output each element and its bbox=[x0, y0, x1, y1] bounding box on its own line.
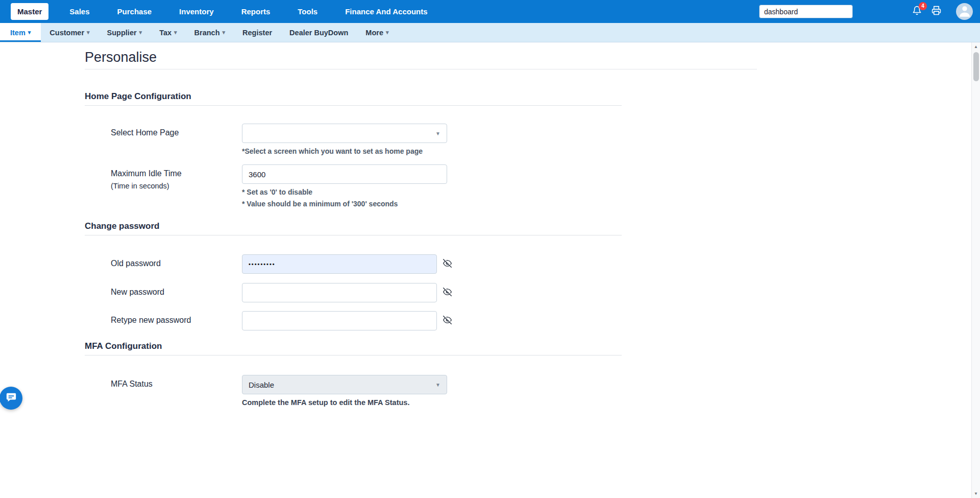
select-home-page-label: Select Home Page bbox=[85, 124, 242, 137]
printer-icon bbox=[932, 6, 941, 17]
chevron-down-icon: ▼ bbox=[435, 131, 440, 136]
select-home-page-help: *Select a screen which you want to set a… bbox=[242, 147, 447, 156]
subnav-item-dealer-buydown[interactable]: Dealer BuyDown bbox=[281, 23, 357, 42]
eye-off-icon bbox=[443, 316, 452, 326]
mfa-status-row: MFA Status Disable ▼ Complete the MFA se… bbox=[85, 375, 971, 407]
subnav-item-supplier[interactable]: Supplier ▾ bbox=[99, 23, 151, 42]
mfa-configuration-heading: MFA Configuration bbox=[85, 341, 971, 352]
subnav-item-label: Item bbox=[10, 29, 26, 37]
new-password-row: New password bbox=[85, 283, 971, 302]
home-page-configuration-heading: Home Page Configuration bbox=[85, 91, 971, 102]
new-password-visibility-toggle[interactable] bbox=[440, 286, 454, 299]
subnav-item-branch[interactable]: Branch ▾ bbox=[186, 23, 234, 42]
main-content: Personalise Home Page Configuration Sele… bbox=[0, 42, 971, 498]
user-avatar[interactable] bbox=[956, 3, 973, 20]
max-idle-time-sublabel: (Time in seconds) bbox=[111, 182, 242, 190]
max-idle-time-label: Maximum Idle Time (Time in seconds) bbox=[85, 164, 242, 190]
global-search-input[interactable] bbox=[759, 5, 853, 18]
max-idle-time-help-minimum: * Value should be a minimum of '300' sec… bbox=[242, 199, 447, 208]
eye-off-icon bbox=[443, 259, 452, 269]
max-idle-time-input[interactable] bbox=[242, 164, 447, 184]
subnav-item-label: Supplier bbox=[107, 29, 137, 37]
scrollbar-up-arrow[interactable]: ▲ bbox=[972, 42, 980, 51]
chevron-down-icon: ▾ bbox=[28, 30, 31, 35]
mfa-status-value: Disable bbox=[249, 381, 274, 389]
subnav-item-label: Tax bbox=[159, 29, 172, 37]
section-divider bbox=[85, 105, 622, 106]
chevron-down-icon: ▼ bbox=[435, 382, 440, 388]
nav-item-purchase[interactable]: Purchase bbox=[111, 3, 159, 20]
subnav-item-label: More bbox=[365, 29, 383, 37]
retype-password-input[interactable] bbox=[242, 311, 437, 330]
nav-item-tools[interactable]: Tools bbox=[291, 3, 324, 20]
retype-password-visibility-toggle[interactable] bbox=[440, 314, 454, 327]
new-password-input[interactable] bbox=[242, 283, 437, 302]
retype-password-row: Retype new password bbox=[85, 311, 971, 330]
nav-item-reports[interactable]: Reports bbox=[235, 3, 277, 20]
page-title: Personalise bbox=[85, 49, 971, 66]
notifications-button[interactable]: 4 bbox=[910, 5, 923, 18]
chevron-down-icon: ▾ bbox=[139, 30, 142, 35]
nav-item-master[interactable]: Master bbox=[11, 3, 48, 20]
eye-off-icon bbox=[443, 288, 452, 298]
change-password-heading: Change password bbox=[85, 221, 971, 232]
title-divider bbox=[85, 69, 757, 69]
subnav-item-more[interactable]: More ▾ bbox=[357, 23, 397, 42]
retype-password-label: Retype new password bbox=[85, 311, 242, 325]
subnav-item-customer[interactable]: Customer ▾ bbox=[41, 23, 98, 42]
secondary-navigation-bar: Item ▾ Customer ▾ Supplier ▾ Tax ▾ Branc… bbox=[0, 23, 980, 42]
chevron-down-icon: ▾ bbox=[386, 30, 389, 35]
section-divider bbox=[85, 355, 622, 355]
subnav-item-label: Register bbox=[242, 29, 272, 37]
select-home-page-dropdown[interactable]: ▼ bbox=[242, 124, 447, 143]
nav-item-sales[interactable]: Sales bbox=[63, 3, 96, 20]
subnav-item-label: Dealer BuyDown bbox=[289, 29, 348, 37]
old-password-input[interactable] bbox=[242, 254, 437, 274]
old-password-visibility-toggle[interactable] bbox=[440, 257, 454, 271]
nav-item-finance-and-accounts[interactable]: Finance And Accounts bbox=[338, 3, 434, 20]
max-idle-time-row: Maximum Idle Time (Time in seconds) * Se… bbox=[85, 164, 971, 208]
subnav-item-register[interactable]: Register bbox=[234, 23, 281, 42]
print-button[interactable] bbox=[929, 5, 943, 18]
mfa-status-label: MFA Status bbox=[85, 375, 242, 389]
subnav-item-label: Branch bbox=[194, 29, 220, 37]
chat-icon bbox=[6, 392, 17, 405]
vertical-scrollbar[interactable]: ▲ ▼ bbox=[971, 42, 980, 498]
chevron-down-icon: ▾ bbox=[174, 30, 177, 35]
max-idle-time-label-text: Maximum Idle Time bbox=[111, 169, 242, 178]
subnav-item-label: Customer bbox=[50, 29, 84, 37]
max-idle-time-help-disable: * Set as '0' to disable bbox=[242, 187, 447, 197]
notification-count-badge: 4 bbox=[919, 2, 927, 10]
scrollbar-down-arrow[interactable]: ▼ bbox=[972, 489, 980, 498]
section-divider bbox=[85, 235, 622, 235]
chevron-down-icon: ▾ bbox=[87, 30, 90, 35]
nav-item-inventory[interactable]: Inventory bbox=[173, 3, 220, 20]
avatar-icon bbox=[958, 4, 972, 20]
old-password-label: Old password bbox=[85, 254, 242, 268]
select-home-page-row: Select Home Page ▼ *Select a screen whic… bbox=[85, 124, 971, 156]
new-password-label: New password bbox=[85, 283, 242, 297]
subnav-item-item[interactable]: Item ▾ bbox=[0, 23, 41, 42]
chevron-down-icon: ▾ bbox=[223, 30, 226, 35]
mfa-status-dropdown[interactable]: Disable ▼ bbox=[242, 375, 447, 394]
top-navigation-bar: Master Sales Purchase Inventory Reports … bbox=[0, 0, 980, 23]
chat-widget-button[interactable] bbox=[0, 387, 22, 410]
subnav-item-tax[interactable]: Tax ▾ bbox=[151, 23, 185, 42]
scrollbar-thumb[interactable] bbox=[973, 52, 979, 81]
old-password-row: Old password bbox=[85, 254, 971, 274]
mfa-status-help: Complete the MFA setup to edit the MFA S… bbox=[242, 398, 447, 407]
